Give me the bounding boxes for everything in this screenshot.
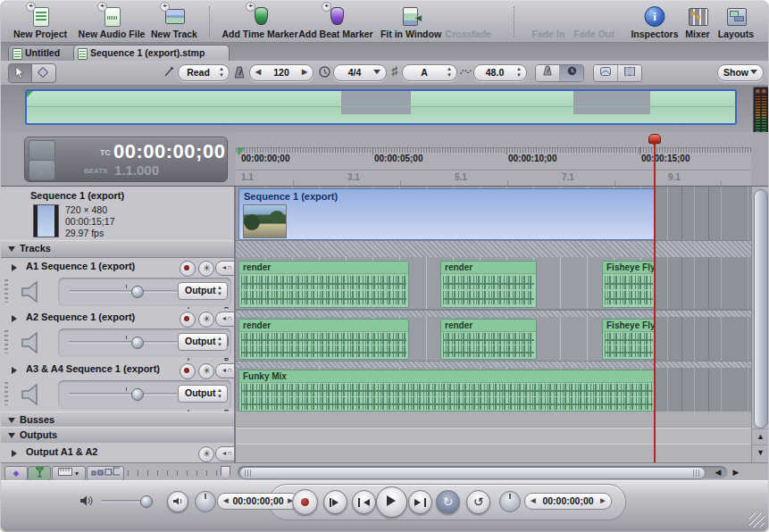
vertical-scrollbar[interactable]: ▲ ▼ — [751, 187, 768, 462]
horizontal-scrollbar[interactable] — [238, 466, 727, 478]
zoom-slider[interactable] — [128, 470, 228, 476]
volume-handle[interactable] — [131, 337, 144, 349]
arm-record-button[interactable] — [180, 363, 196, 379]
go-to-beginning-button[interactable] — [352, 490, 376, 514]
disclosure-right-icon[interactable] — [12, 450, 21, 457]
record-button[interactable] — [292, 489, 318, 515]
track-drag-handle[interactable] — [4, 330, 8, 353]
play-from-start-button[interactable] — [323, 490, 347, 514]
audio-lane-a1[interactable]: render render Fisheye Fly — [236, 257, 751, 310]
clip-name: Fisheye Fly — [603, 262, 655, 274]
arrow-tool-button[interactable] — [8, 63, 33, 83]
increment-icon[interactable]: ▶ — [298, 65, 311, 80]
track-drag-handle[interactable] — [4, 279, 8, 303]
outputs-section-header[interactable]: Outputs — [1, 427, 234, 445]
window-resize-grip[interactable] — [749, 513, 765, 528]
crossfade-view-button[interactable] — [594, 65, 618, 81]
arm-record-button[interactable] — [180, 312, 196, 328]
disclosure-right-icon[interactable] — [12, 315, 21, 322]
show-menu-dropdown[interactable]: Show — [717, 64, 764, 81]
marker-lane[interactable] — [236, 132, 751, 148]
video-lane[interactable]: Sequence 1 (export) — [236, 187, 751, 240]
play-button[interactable] — [376, 486, 407, 518]
snap-button[interactable] — [28, 466, 51, 481]
scroll-down-button[interactable]: ▼ — [752, 445, 768, 461]
scroll-right-button[interactable]: ▶ — [727, 466, 745, 478]
audio-clip[interactable]: Fisheye Fly — [602, 319, 656, 360]
audio-clip[interactable]: Funky Mix — [238, 370, 656, 411]
solo-button[interactable]: ✳ — [198, 446, 214, 462]
volume-handle[interactable] — [140, 495, 153, 508]
end-of-project-marker[interactable] — [648, 134, 661, 144]
increment-icon[interactable]: ▶ — [597, 494, 609, 509]
app-window: + New Project + New Audio File + New Tra… — [1, 1, 768, 531]
audio-clip[interactable]: render — [440, 261, 537, 308]
show-envelopes-button[interactable]: ◆ — [4, 466, 28, 481]
scroll-left-button[interactable]: ◀ — [709, 466, 727, 478]
audio-clip[interactable]: render — [238, 261, 409, 308]
cycle-button[interactable]: ↻ — [436, 490, 460, 514]
output-dropdown[interactable]: Output ▲▼ — [178, 282, 228, 300]
waveform — [241, 397, 653, 410]
scrub-knob[interactable] — [499, 491, 521, 512]
key-dropdown[interactable]: A ▲▼ — [402, 64, 457, 81]
audio-lane-a3-a4[interactable]: Funky Mix — [236, 368, 751, 412]
disclosure-right-icon[interactable] — [12, 367, 21, 374]
monitor-toggle-button[interactable] — [167, 491, 188, 512]
output-dropdown[interactable]: Output ▲▼ — [178, 333, 228, 351]
crossfade-icon — [457, 5, 479, 27]
go-to-end-button[interactable] — [408, 490, 432, 514]
automation-mode-dropdown[interactable]: Read ▲▼ — [178, 64, 230, 81]
horizontal-scrollbar-thumb[interactable] — [239, 467, 706, 479]
monitor-knob[interactable] — [195, 491, 216, 512]
project-overview[interactable] — [25, 89, 737, 125]
timecode-mode-button[interactable]: ◷ — [29, 140, 55, 161]
selection-timecode-field[interactable]: ◀ 00:00:00;00 ▶ — [524, 493, 612, 510]
ruler-units-dropdown[interactable]: ▼ — [52, 466, 86, 481]
scroll-up-button[interactable]: ▲ — [752, 428, 768, 445]
audio-clip[interactable]: render — [440, 319, 537, 360]
disclosure-right-icon[interactable] — [12, 264, 21, 271]
volume-slider[interactable] — [69, 341, 178, 344]
audio-clip[interactable]: Fisheye Fly — [602, 261, 656, 308]
tab-sequence-1-export[interactable]: Sequence 1 (export).stmp — [73, 45, 230, 61]
volume-handle[interactable] — [131, 388, 144, 401]
solo-button[interactable]: ✳ — [198, 261, 214, 277]
output-dropdown[interactable]: Output ▲▼ — [178, 385, 228, 403]
volume-slider[interactable] — [69, 393, 178, 395]
new-audio-file-icon: + — [101, 5, 122, 27]
zoom-slider-handle[interactable] — [221, 466, 230, 479]
track-controls: L R Output ▲▼ — [58, 278, 231, 306]
overview-gap — [573, 91, 650, 114]
audio-clip[interactable]: render — [238, 319, 409, 360]
arm-record-button[interactable] — [180, 261, 196, 277]
video-framerate: 29.97 fps — [65, 228, 104, 238]
tempo-stepper[interactable]: ◀ 120 ▶ — [249, 64, 313, 81]
track-header-a2: A2 Sequence 1 (export) ✳ ◂∩ L R Output — [1, 309, 234, 362]
monitor-volume-slider[interactable] — [101, 500, 153, 503]
playhead-timecode-field[interactable]: ◀ 00:00:00;00 ▶ — [217, 493, 299, 510]
play-around-button[interactable]: ↺ — [466, 490, 490, 514]
eraser-tool-button[interactable] — [31, 63, 56, 83]
sample-rate-stepper[interactable]: 48.0 ▲▼ — [473, 64, 527, 81]
volume-slider[interactable] — [69, 290, 178, 293]
track-height-control[interactable] — [87, 466, 124, 481]
solo-button[interactable]: ✳ — [198, 312, 214, 328]
volume-handle[interactable] — [131, 286, 144, 298]
timeline-ruler[interactable]: 00:00:00;00 00:00:05;00 00:00:10;00 00:0… — [236, 132, 751, 186]
tracks-section-header[interactable]: Tracks — [1, 240, 234, 258]
layouts-button[interactable]: Layouts — [687, 4, 768, 41]
beats-mode-button[interactable]: ◉ — [29, 160, 55, 180]
track-drag-handle[interactable] — [4, 382, 8, 405]
vertical-scrollbar-thumb[interactable] — [754, 189, 768, 428]
clock-toggle-button[interactable] — [560, 65, 583, 81]
time-signature-dropdown[interactable]: 4/4 — [333, 64, 387, 81]
audio-lane-a2[interactable]: render render Fisheye Fly — [236, 317, 751, 362]
video-clip[interactable]: Sequence 1 (export) — [238, 188, 656, 240]
solo-button[interactable]: ✳ — [198, 363, 214, 379]
playhead[interactable] — [654, 144, 656, 462]
film-view-button[interactable] — [618, 65, 641, 81]
ruler-icon — [58, 468, 72, 476]
waveform — [443, 276, 534, 289]
metronome-toggle-button[interactable] — [536, 65, 560, 81]
